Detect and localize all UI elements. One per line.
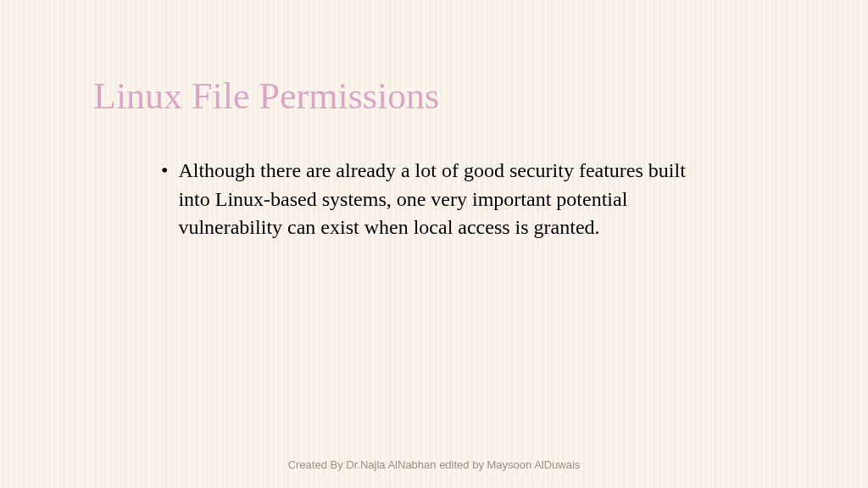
- bullet-marker: •: [161, 157, 168, 186]
- slide-title: Linux File Permissions: [93, 75, 439, 118]
- bullet-text: Although there are already a lot of good…: [178, 157, 704, 242]
- bullet-item: • Although there are already a lot of go…: [161, 157, 704, 242]
- slide-content: • Although there are already a lot of go…: [161, 157, 704, 256]
- slide-container: Linux File Permissions • Although there …: [0, 0, 868, 488]
- slide-footer: Created By Dr.Najla AlNabhan edited by M…: [0, 458, 868, 471]
